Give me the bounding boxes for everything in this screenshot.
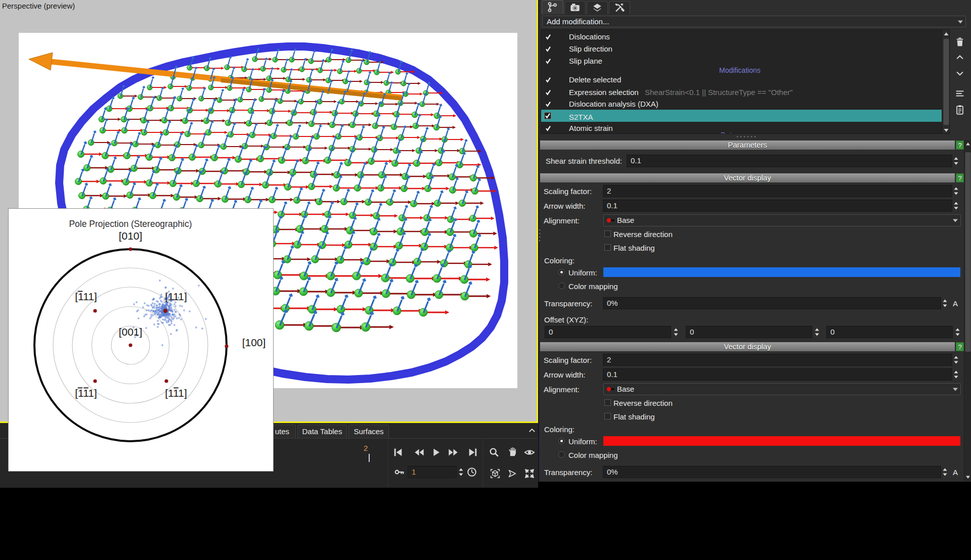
svg-text:Pole Projection (Stereographic: Pole Projection (Stereographic) (69, 219, 192, 229)
svg-text:[111]: [111] (75, 291, 97, 302)
svg-text:[010]: [010] (119, 230, 143, 242)
svg-text:[111]: [111] (165, 387, 187, 399)
svg-text:[100]: [100] (242, 337, 266, 348)
svg-text:[111]: [111] (75, 387, 97, 399)
svg-text:[001]: [001] (119, 326, 143, 338)
svg-text:[111]: [111] (165, 291, 187, 302)
